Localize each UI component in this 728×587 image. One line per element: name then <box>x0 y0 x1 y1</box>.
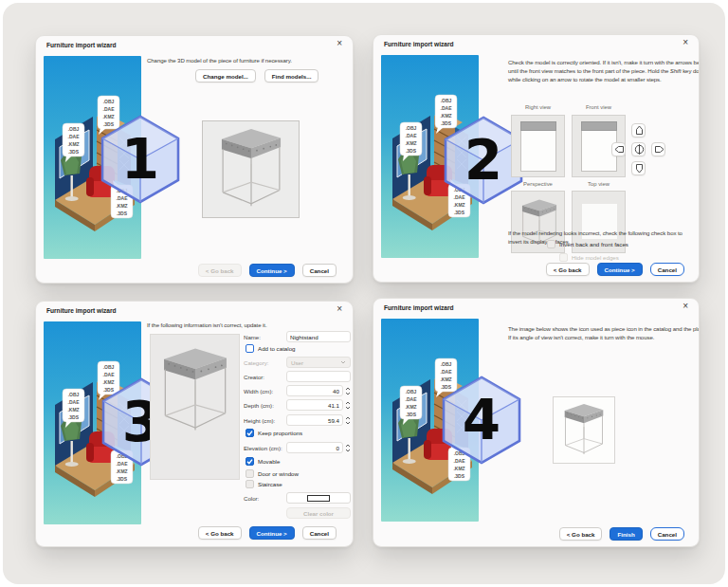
keep-proportions-row: Keep proportions <box>246 429 302 437</box>
nightstand-wireframe <box>217 123 285 216</box>
svg-text:.OBJ: .OBJ <box>406 389 417 394</box>
color-picker-button[interactable] <box>286 492 351 504</box>
svg-text:.OBJ: .OBJ <box>406 125 417 131</box>
rotate-left-button[interactable] <box>611 142 626 156</box>
rotate-right-button[interactable] <box>651 142 665 156</box>
color-row: Color: <box>244 492 351 504</box>
right-view-thumbnail <box>511 115 565 177</box>
change-model-button[interactable]: Change model... <box>195 69 256 83</box>
instruction-text: The image below shows the icon used as p… <box>508 324 700 341</box>
rotate-up-button[interactable] <box>631 123 646 138</box>
svg-text:.DAE: .DAE <box>406 396 418 402</box>
elevation-spinner[interactable] <box>345 444 351 452</box>
add-to-catalog-checkbox[interactable] <box>246 344 254 353</box>
svg-text:.OBJ: .OBJ <box>117 188 128 193</box>
elevation-input[interactable] <box>286 442 343 453</box>
find-models-button[interactable]: Find models... <box>264 69 319 83</box>
hide-edges-checkbox <box>559 253 568 262</box>
import-formats-illustration: .OBJ .DAE .KMZ .3DS .OBJ .DAE .KMZ .3DS … <box>44 56 141 259</box>
width-spinner[interactable] <box>345 387 351 395</box>
door-window-checkbox[interactable] <box>246 469 254 478</box>
height-input[interactable] <box>286 414 343 426</box>
svg-text:.DAE: .DAE <box>441 369 453 375</box>
elevation-label: Elevation (cm): <box>244 445 286 451</box>
wizard-dialog-step2: Furniture import wizard × <box>373 34 700 283</box>
category-row: Category: User <box>244 357 351 368</box>
instruction-text: If the following information isn't corre… <box>147 321 267 329</box>
cancel-button[interactable]: Cancel <box>650 527 684 541</box>
cancel-button[interactable]: Cancel <box>302 264 337 277</box>
svg-text:.KMZ: .KMZ <box>453 466 464 471</box>
svg-text:.3DS: .3DS <box>406 148 417 154</box>
svg-text:.OBJ: .OBJ <box>454 450 465 456</box>
depth-row: Depth (cm): <box>244 399 351 411</box>
movable-label: Movable <box>258 458 280 465</box>
width-row: Width (cm): <box>244 385 351 396</box>
keep-proportions-checkbox[interactable] <box>246 429 254 437</box>
close-icon[interactable]: × <box>682 302 688 311</box>
svg-text:.KMZ: .KMZ <box>405 140 416 146</box>
staircase-checkbox[interactable] <box>246 480 254 488</box>
svg-text:.DAE: .DAE <box>117 195 129 201</box>
svg-text:.3DS: .3DS <box>441 120 452 126</box>
depth-input[interactable] <box>286 399 343 411</box>
dialog-title: Furniture import wizard <box>384 304 454 311</box>
model-preview <box>150 334 240 480</box>
svg-text:.3DS: .3DS <box>103 121 115 127</box>
staircase-row: Staircase <box>246 480 282 488</box>
instruction-text: Check the model is correctly oriented. I… <box>508 58 700 83</box>
top-view-label: Top view <box>572 181 626 187</box>
svg-text:.KMZ: .KMZ <box>67 407 79 413</box>
staircase-label: Staircase <box>258 481 282 487</box>
continue-button[interactable]: Continue > <box>597 263 643 276</box>
invert-faces-checkbox[interactable] <box>547 240 555 248</box>
keep-proportions-label: Keep proportions <box>258 430 302 436</box>
go-back-button[interactable]: < Go back <box>198 526 242 540</box>
invert-faces-row: Invert back and front faces <box>547 240 628 248</box>
cancel-button[interactable]: Cancel <box>650 263 684 276</box>
check-icon <box>246 458 253 465</box>
elevation-row: Elevation (cm): <box>244 442 351 453</box>
right-view-label: Right view <box>511 104 565 110</box>
instruction-text: Change the 3D model of the piece of furn… <box>147 56 292 64</box>
wizard-art-panel: .OBJ .DAE .KMZ .3DS .OBJ .DAE .KMZ .3DS … <box>381 319 479 522</box>
name-input[interactable] <box>286 331 351 342</box>
go-back-button[interactable]: < Go back <box>546 263 590 276</box>
svg-text:.DAE: .DAE <box>406 133 418 138</box>
wizard-art-panel: .OBJ .DAE .KMZ .3DS .OBJ .DAE .KMZ .3DS … <box>44 56 141 259</box>
svg-text:.KMZ: .KMZ <box>453 202 464 208</box>
go-back-button[interactable]: < Go back <box>559 527 603 541</box>
movable-checkbox[interactable] <box>246 457 254 466</box>
height-label: Height (cm): <box>244 417 286 424</box>
svg-text:.3DS: .3DS <box>103 387 115 393</box>
model-preview[interactable] <box>202 120 300 218</box>
nightstand-wireframe <box>561 400 607 461</box>
continue-button[interactable]: Continue > <box>249 264 295 277</box>
perspective-label: Perspective <box>511 181 565 187</box>
rotate-down-button[interactable] <box>631 161 646 175</box>
cancel-button[interactable]: Cancel <box>302 526 337 540</box>
creator-row: Creator: <box>244 371 351 382</box>
close-icon[interactable]: × <box>337 304 342 314</box>
icon-preview[interactable] <box>553 396 615 464</box>
svg-text:.KMZ: .KMZ <box>116 468 127 474</box>
width-input[interactable] <box>286 385 343 396</box>
shift-key-word: Shift <box>670 67 682 74</box>
finish-button[interactable]: Finish <box>610 527 642 541</box>
svg-text:.OBJ: .OBJ <box>117 453 128 459</box>
screenshot-canvas: Furniture import wizard × <box>0 0 728 587</box>
svg-text:.OBJ: .OBJ <box>103 364 115 370</box>
creator-input[interactable] <box>286 371 351 382</box>
depth-spinner[interactable] <box>345 401 351 410</box>
rotate-axis-icon[interactable] <box>631 142 646 156</box>
door-window-label: Door or window <box>258 470 299 477</box>
close-icon[interactable]: × <box>682 38 688 47</box>
height-spinner[interactable] <box>345 416 351 425</box>
svg-text:.DAE: .DAE <box>68 399 81 405</box>
continue-button[interactable]: Continue > <box>249 526 295 540</box>
chevron-down-icon <box>340 360 346 364</box>
svg-text:.KMZ: .KMZ <box>440 113 451 119</box>
close-icon[interactable]: × <box>337 39 342 48</box>
name-label: Name: <box>244 334 286 340</box>
svg-text:.DAE: .DAE <box>103 372 116 377</box>
